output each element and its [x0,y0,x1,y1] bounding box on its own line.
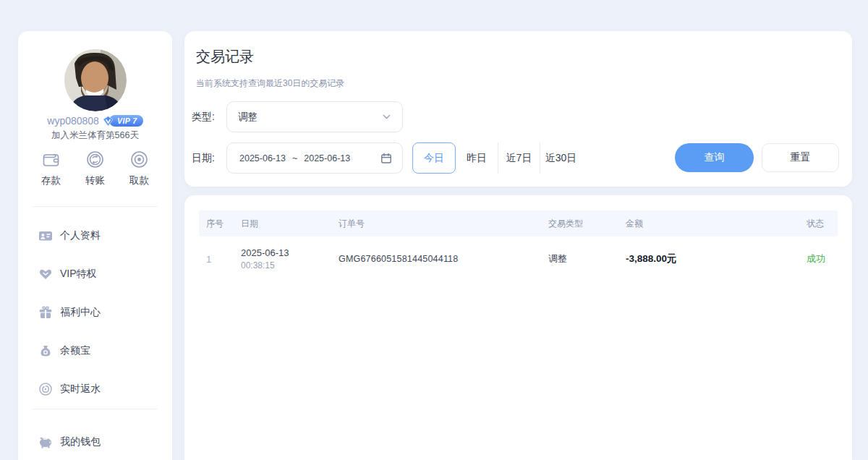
vip-heart-icon [38,267,53,281]
sidebar-item-label: 实时返水 [60,383,101,396]
row-transaction-type: 调整 [541,252,618,265]
join-days-text: 加入米兰体育第566天 [18,129,172,142]
sidebar-item-label: 余额宝 [60,344,90,357]
sidebar-divider [33,409,158,409]
vip-gem-icon [102,116,114,127]
chevron-down-icon [382,112,391,122]
avatar[interactable] [64,49,127,111]
gift-icon [38,305,53,320]
withdraw-action[interactable]: 取款 [129,150,149,187]
col-header-status: 状态 [799,218,838,230]
reset-button[interactable]: 重置 [762,143,839,172]
row-date: 2025-06-13 00:38:15 [234,247,331,271]
filter-card: 交易记录 当前系统支持查询最近30日的交易记录 类型: 调整 日期: 2025-… [184,31,852,187]
sidebar-item-yuebao[interactable]: 余额宝 [18,331,172,370]
calendar-icon [380,153,392,164]
quick-actions: 存款 转账 [18,150,172,187]
date-end-value: 2025-06-13 [304,153,350,163]
piggy-bank-icon [38,435,53,449]
sidebar-item-welfare[interactable]: 福利中心 [18,293,172,331]
query-button[interactable]: 查询 [675,143,754,172]
type-select-value: 调整 [238,111,258,124]
quick-range-today[interactable]: 今日 [412,142,456,174]
username: wyp080808 [47,115,99,127]
withdraw-icon [129,150,149,169]
col-header-type: 交易类型 [541,218,618,230]
vip-level-label: VIP 7 [109,115,143,127]
transfer-action[interactable]: 转账 [85,150,105,187]
quick-range-7days[interactable]: 近7日 [498,142,540,174]
row-amount: -3,888.00元 [618,252,799,265]
deposit-wallet-icon [41,150,61,169]
sidebar-item-profile[interactable]: 个人资料 [18,216,172,255]
sidebar-menu: 个人资料 VIP特权 福利中心 [18,216,172,408]
sidebar-item-label: 我的钱包 [60,435,101,448]
sidebar-item-vip[interactable]: VIP特权 [18,255,172,293]
col-header-date: 日期 [234,218,331,230]
money-bag-icon [38,344,53,358]
sidebar-item-rebate[interactable]: 实时返水 [18,370,172,408]
type-label: 类型: [192,111,215,124]
sidebar-item-wallet[interactable]: 我的钱包 [18,426,172,458]
row-date-value: 2025-06-13 [241,247,331,258]
sidebar-divider [33,206,158,207]
sidebar-item-label: VIP特权 [60,268,97,281]
date-separator: ~ [292,153,297,163]
date-label: 日期: [192,152,215,165]
quick-range-group: 今日 昨日 近7日 近30日 [412,142,582,174]
deposit-action[interactable]: 存款 [41,150,61,187]
withdraw-label: 取款 [129,174,149,187]
sidebar-item-label: 个人资料 [60,229,101,242]
sidebar-item-label: 福利中心 [60,306,101,319]
quick-range-30days[interactable]: 近30日 [540,142,582,174]
vip-badge: VIP 7 [102,115,143,127]
col-header-amount: 金额 [618,218,799,230]
row-order-number: GMG6766051581445044118 [331,254,541,264]
table-header: 序号 日期 订单号 交易类型 金额 状态 [199,210,838,237]
sidebar: wyp080808 VIP 7 加入米兰体育第566天 存款 [18,31,172,460]
deposit-label: 存款 [41,174,61,187]
page-title: 交易记录 [196,47,254,67]
transfer-label: 转账 [85,174,105,187]
row-index: 1 [199,254,234,265]
date-start-value: 2025-06-13 [239,153,286,163]
transfer-icon [85,150,105,169]
user-line: wyp080808 VIP 7 [18,114,172,128]
id-card-icon [38,229,53,243]
date-range-input[interactable]: 2025-06-13 ~ 2025-06-13 [226,142,403,174]
page-subtitle: 当前系统支持查询最近30日的交易记录 [196,77,344,90]
quick-range-yesterday[interactable]: 昨日 [456,142,498,174]
row-status-badge: 成功 [799,252,838,265]
col-header-order: 订单号 [331,218,541,230]
type-select[interactable]: 调整 [226,101,403,132]
rebate-icon [38,382,53,396]
table-row: 1 2025-06-13 00:38:15 GMG676605158144504… [199,237,838,281]
col-header-index: 序号 [199,218,234,230]
records-card: 序号 日期 订单号 交易类型 金额 状态 1 2025-06-13 00:38:… [184,195,852,460]
avatar-image [64,49,127,111]
row-time-value: 00:38:15 [241,260,331,271]
